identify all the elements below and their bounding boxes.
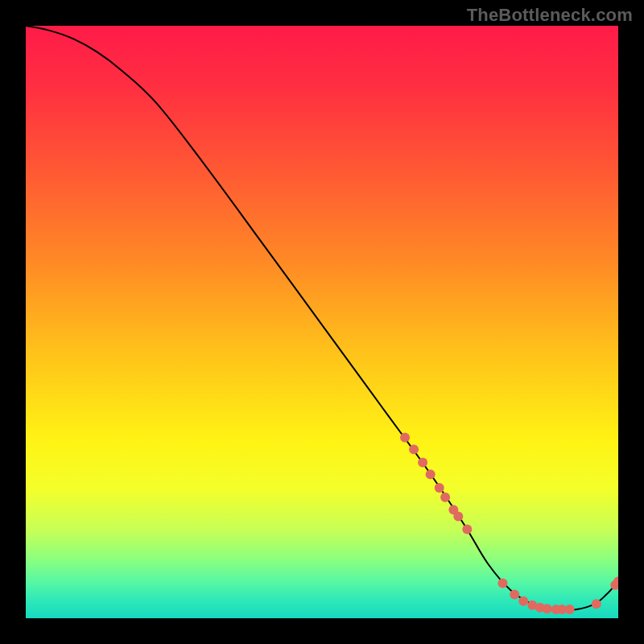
highlight-dot xyxy=(510,590,519,600)
highlight-dot xyxy=(400,433,410,443)
plot-area xyxy=(26,26,618,618)
chart-canvas xyxy=(26,26,618,618)
chart-frame: TheBottleneck.com xyxy=(0,0,644,644)
highlight-dot xyxy=(435,483,444,493)
highlight-dot xyxy=(453,511,463,521)
highlight-dot xyxy=(409,444,419,454)
highlight-dot xyxy=(592,599,601,609)
highlight-dot xyxy=(440,493,450,502)
highlight-dot xyxy=(565,605,575,614)
highlight-dot xyxy=(497,579,507,588)
attribution-label: TheBottleneck.com xyxy=(467,5,633,26)
highlight-dot xyxy=(418,457,427,467)
highlight-dot xyxy=(518,597,528,606)
chart-background xyxy=(26,26,618,618)
highlight-dot xyxy=(426,469,436,479)
highlight-dot xyxy=(462,525,472,535)
highlight-dot xyxy=(543,604,552,613)
